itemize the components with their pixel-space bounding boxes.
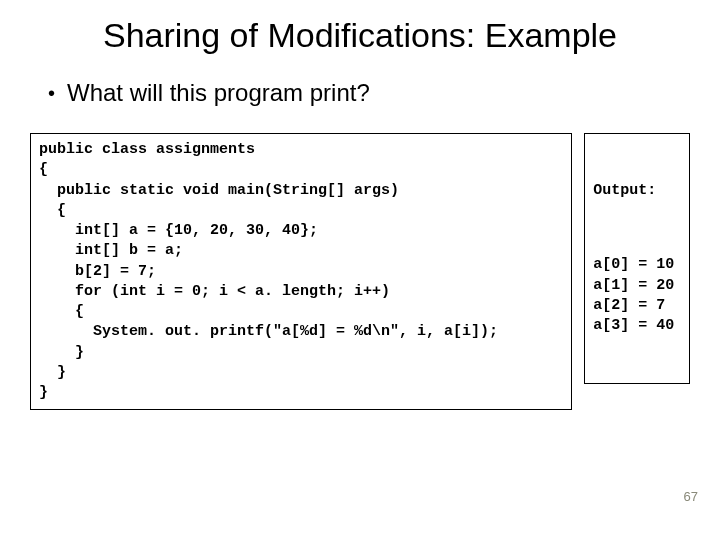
bullet-text: What will this program print?: [67, 79, 370, 107]
output-lines: a[0] = 10 a[1] = 20 a[2] = 7 a[3] = 40: [593, 255, 681, 336]
code-block: public class assignments { public static…: [30, 133, 572, 410]
output-block: Output: a[0] = 10 a[1] = 20 a[2] = 7 a[3…: [584, 133, 690, 384]
slide-title: Sharing of Modifications: Example: [30, 16, 690, 55]
slide: Sharing of Modifications: Example • What…: [0, 0, 720, 540]
bullet-item: • What will this program print?: [48, 79, 690, 107]
output-heading: Output:: [593, 181, 681, 201]
bullet-dot-icon: •: [48, 79, 55, 107]
content-row: public class assignments { public static…: [30, 133, 690, 410]
page-number: 67: [684, 489, 698, 504]
